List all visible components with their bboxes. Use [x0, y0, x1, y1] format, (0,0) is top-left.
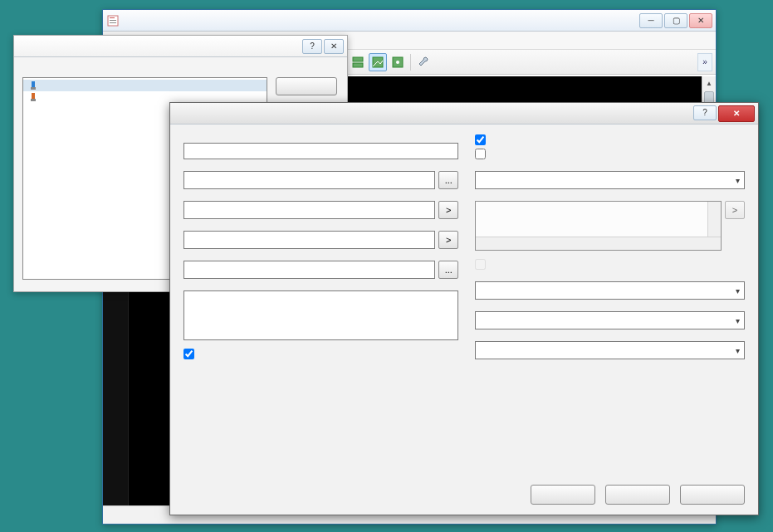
dir-expand-button[interactable]: >: [438, 231, 458, 249]
title-input[interactable]: [183, 143, 458, 159]
list-item[interactable]: [23, 80, 267, 91]
command-input[interactable]: [183, 171, 435, 189]
tool-icon: [28, 81, 38, 90]
close-output-checkbox[interactable]: [475, 149, 745, 159]
close-button[interactable]: ✕: [689, 13, 712, 28]
svg-rect-25: [32, 93, 35, 99]
dir-input[interactable]: [183, 231, 435, 249]
iconpath-input[interactable]: [183, 261, 435, 279]
cancel-button[interactable]: [605, 485, 670, 505]
output-combo[interactable]: [475, 281, 745, 300]
eof-checkbox: [475, 259, 745, 270]
ok-button[interactable]: [276, 77, 337, 95]
tool-properties-dialog: ? ✕ ... >: [169, 102, 759, 515]
scrollbar-h[interactable]: [476, 237, 721, 250]
help-icon[interactable]: ?: [693, 105, 717, 120]
ok-button[interactable]: [531, 485, 595, 505]
curicon-box[interactable]: [183, 290, 458, 340]
show-output-check-input[interactable]: [475, 134, 486, 145]
custom-textarea[interactable]: [475, 201, 722, 251]
svg-rect-26: [31, 99, 36, 101]
tool-icon: [28, 92, 38, 102]
help-icon[interactable]: ?: [302, 39, 322, 54]
save-file-checkbox[interactable]: [183, 349, 458, 359]
svg-rect-19: [353, 63, 363, 67]
help-button[interactable]: [680, 485, 745, 505]
args-input[interactable]: [183, 201, 435, 219]
close-output-check-input[interactable]: [475, 149, 486, 159]
close-icon[interactable]: ✕: [324, 39, 344, 54]
svg-rect-24: [31, 87, 36, 90]
wrench-icon[interactable]: [414, 53, 433, 71]
custom-expand-button[interactable]: >: [725, 201, 745, 219]
props-titlebar[interactable]: ? ✕: [170, 103, 758, 124]
browse-button[interactable]: ...: [438, 171, 458, 189]
maximize-button[interactable]: ▢: [664, 13, 687, 28]
minimize-button[interactable]: ─: [639, 13, 663, 28]
editor-titlebar[interactable]: ─ ▢ ✕: [103, 10, 716, 32]
save-file-check-input[interactable]: [183, 349, 194, 359]
input-combo[interactable]: [475, 171, 745, 189]
tools-titlebar[interactable]: ? ✕: [14, 36, 347, 57]
svg-rect-1: [110, 17, 115, 18]
args-expand-button[interactable]: >: [438, 201, 458, 219]
app-icon: [106, 14, 120, 27]
eof-check-input: [475, 259, 486, 270]
tile4-icon[interactable]: [389, 53, 407, 71]
encoding-combo[interactable]: [475, 311, 745, 329]
iconpath-browse-button[interactable]: ...: [438, 261, 458, 279]
svg-rect-18: [353, 57, 363, 61]
scrollbar[interactable]: [707, 202, 721, 237]
svg-rect-23: [32, 81, 35, 87]
tile2-icon[interactable]: [349, 53, 367, 71]
svg-rect-2: [110, 20, 116, 21]
scroll-up-icon[interactable]: ▲: [702, 76, 716, 90]
tile3-icon[interactable]: [369, 53, 387, 71]
show-output-checkbox[interactable]: [475, 134, 745, 145]
list-item[interactable]: [23, 91, 267, 103]
stderr-combo[interactable]: [475, 341, 745, 359]
toolbar-overflow-icon[interactable]: »: [697, 53, 712, 71]
svg-rect-3: [110, 22, 116, 23]
svg-point-22: [396, 61, 399, 64]
close-icon[interactable]: ✕: [718, 105, 755, 122]
